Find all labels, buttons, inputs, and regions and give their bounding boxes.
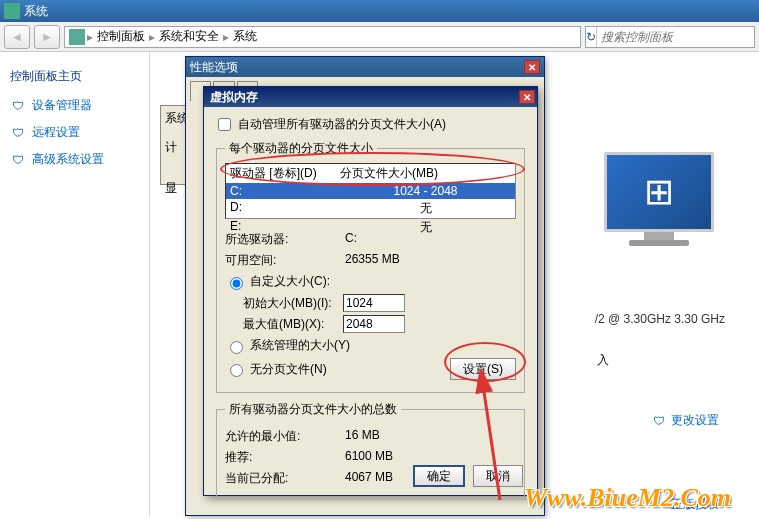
fieldset-legend: 每个驱动器的分页文件大小 (225, 140, 377, 157)
drive-letter: C: (230, 184, 340, 198)
sidebar-title: 控制面板主页 (10, 68, 139, 85)
system-managed-label: 系统管理的大小(Y) (250, 337, 350, 354)
max-size-label: 最大值(MB)(X): (243, 316, 343, 333)
max-size-input[interactable] (343, 315, 405, 333)
auto-manage-label: 自动管理所有驱动器的分页文件大小(A) (238, 116, 446, 133)
change-settings-link[interactable]: 🛡 更改设置 (651, 412, 719, 429)
chevron-right-icon: ▸ (149, 30, 155, 44)
drive-row[interactable]: D: 无 (226, 199, 515, 218)
refresh-icon[interactable]: ↻ (586, 27, 597, 47)
sidebar-item-device-manager[interactable]: 🛡 设备管理器 (10, 97, 139, 114)
sidebar: 控制面板主页 🛡 设备管理器 🛡 远程设置 🛡 高级系统设置 (0, 52, 150, 517)
avail-space-value: 26355 MB (345, 252, 400, 269)
current-alloc-value: 4067 MB (345, 470, 393, 487)
drive-list[interactable]: 驱动器 [卷标](D) 分页文件大小(MB) C: 1024 - 2048 D:… (225, 163, 516, 219)
legal-link[interactable]: 正版授权 (671, 496, 719, 513)
sidebar-item-label: 远程设置 (32, 124, 80, 141)
recommended-value: 6100 MB (345, 449, 393, 466)
current-alloc-label: 当前已分配: (225, 470, 345, 487)
no-paging-radio[interactable] (230, 364, 243, 377)
chevron-right-icon: ▸ (87, 30, 93, 44)
computer-image: ⊞ (599, 152, 719, 252)
dialog-body: 自动管理所有驱动器的分页文件大小(A) 每个驱动器的分页文件大小 驱动器 [卷标… (204, 107, 537, 516)
breadcrumb-item[interactable]: 系统 (231, 28, 259, 45)
back-button[interactable]: ◄ (4, 25, 30, 49)
dialog-titlebar[interactable]: 虚拟内存 ✕ (204, 87, 537, 107)
drive-letter: D: (230, 200, 340, 217)
drive-paging: 1024 - 2048 (340, 184, 511, 198)
nav-toolbar: ◄ ► ▸ 控制面板 ▸ 系统和安全 ▸ 系统 ↻ (0, 22, 759, 52)
chevron-right-icon: ▸ (223, 30, 229, 44)
drive-list-header: 驱动器 [卷标](D) 分页文件大小(MB) (226, 164, 515, 183)
drive-paging: 无 (340, 200, 511, 217)
sidebar-item-label: 设备管理器 (32, 97, 92, 114)
initial-size-input[interactable] (343, 294, 405, 312)
computer-icon (69, 29, 85, 45)
auto-manage-checkbox[interactable] (218, 118, 231, 131)
min-allowed-label: 允许的最小值: (225, 428, 345, 445)
dialog-titlebar[interactable]: 性能选项 ✕ (186, 57, 544, 77)
custom-size-radio[interactable] (230, 277, 243, 290)
min-allowed-value: 16 MB (345, 428, 380, 445)
breadcrumb[interactable]: ▸ 控制面板 ▸ 系统和安全 ▸ 系统 (64, 26, 581, 48)
pen-input-text: 入 (597, 352, 609, 369)
window-title: 系统 (24, 3, 48, 20)
app-icon (4, 3, 20, 19)
forward-button[interactable]: ► (34, 25, 60, 49)
custom-size-label: 自定义大小(C): (250, 273, 330, 290)
column-header: 分页文件大小(MB) (340, 165, 438, 182)
window-titlebar[interactable]: 系统 (0, 0, 759, 22)
close-icon[interactable]: ✕ (524, 60, 540, 74)
drive-row[interactable]: C: 1024 - 2048 (226, 183, 515, 199)
system-managed-radio[interactable] (230, 341, 243, 354)
sidebar-item-remote-settings[interactable]: 🛡 远程设置 (10, 124, 139, 141)
shield-icon: 🛡 (10, 98, 26, 114)
virtual-memory-dialog: 虚拟内存 ✕ 自动管理所有驱动器的分页文件大小(A) 每个驱动器的分页文件大小 … (203, 86, 538, 496)
search-input[interactable] (597, 30, 756, 44)
selected-drive-label: 所选驱动器: (225, 231, 345, 248)
windows-logo-icon: ⊞ (644, 171, 674, 213)
change-settings-label: 更改设置 (671, 412, 719, 429)
sidebar-item-label: 高级系统设置 (32, 151, 104, 168)
recommended-label: 推荐: (225, 449, 345, 466)
initial-size-label: 初始大小(MB)(I): (243, 295, 343, 312)
per-drive-fieldset: 每个驱动器的分页文件大小 驱动器 [卷标](D) 分页文件大小(MB) C: 1… (216, 140, 525, 393)
cancel-button[interactable]: 取消 (473, 465, 523, 487)
fieldset-legend: 所有驱动器分页文件大小的总数 (225, 401, 401, 418)
sidebar-item-advanced-settings[interactable]: 🛡 高级系统设置 (10, 151, 139, 168)
drive-paging: 无 (340, 219, 511, 236)
breadcrumb-item[interactable]: 系统和安全 (157, 28, 221, 45)
breadcrumb-item[interactable]: 控制面板 (95, 28, 147, 45)
shield-icon: 🛡 (10, 125, 26, 141)
selected-drive-value: C: (345, 231, 357, 248)
column-header: 驱动器 [卷标](D) (230, 165, 340, 182)
no-paging-label: 无分页文件(N) (250, 361, 327, 378)
shield-icon: 🛡 (651, 413, 667, 429)
close-icon[interactable]: ✕ (519, 90, 535, 104)
ok-button[interactable]: 确定 (413, 465, 465, 487)
dialog-title: 虚拟内存 (210, 89, 258, 106)
cpu-info-text: /2 @ 3.30GHz 3.30 GHz (595, 312, 725, 326)
avail-space-label: 可用空间: (225, 252, 345, 269)
search-box[interactable]: ↻ (585, 26, 755, 48)
set-button[interactable]: 设置(S) (450, 358, 516, 380)
dialog-title: 性能选项 (190, 59, 238, 76)
shield-icon: 🛡 (10, 152, 26, 168)
